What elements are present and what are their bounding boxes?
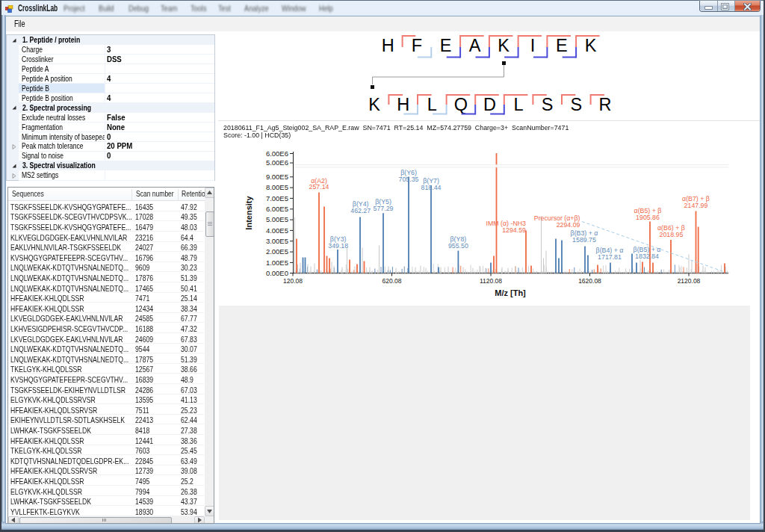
- svg-text:705.35: 705.35: [399, 176, 419, 183]
- svg-text:K: K: [498, 36, 510, 55]
- svg-text:1905.86: 1905.86: [636, 214, 660, 221]
- svg-text:7.00E5: 7.00E5: [266, 194, 288, 202]
- svg-text:1294.59: 1294.59: [502, 226, 526, 234]
- svg-text:2147.99: 2147.99: [684, 202, 708, 209]
- svg-text:955.50: 955.50: [448, 242, 468, 250]
- svg-text:I: I: [530, 36, 536, 55]
- svg-text:S: S: [542, 95, 554, 114]
- svg-text:E: E: [440, 36, 452, 55]
- svg-text:F: F: [412, 36, 422, 55]
- svg-text:A: A: [469, 36, 481, 55]
- svg-text:M/z [Th]: M/z [Th]: [495, 288, 526, 297]
- svg-text:L: L: [514, 95, 524, 114]
- svg-text:H: H: [382, 36, 394, 55]
- svg-text:818.44: 818.44: [421, 184, 442, 191]
- svg-text:9.00E5: 9.00E5: [266, 173, 288, 181]
- svg-text:Intensity: Intensity: [244, 196, 253, 230]
- svg-text:4.00E5: 4.00E5: [266, 226, 288, 235]
- svg-text:1.00E5: 1.00E5: [266, 259, 288, 267]
- svg-text:1589.75: 1589.75: [572, 236, 596, 244]
- svg-text:5.00E5: 5.00E5: [266, 215, 288, 223]
- svg-text:R: R: [598, 95, 611, 114]
- svg-text:349.18: 349.18: [328, 242, 348, 250]
- svg-text:0.00E0: 0.00E0: [266, 269, 288, 277]
- svg-text:1620.08: 1620.08: [578, 277, 601, 285]
- svg-text:1120.08: 1120.08: [480, 277, 502, 285]
- svg-text:2018.95: 2018.95: [659, 231, 683, 238]
- svg-text:K: K: [585, 36, 597, 55]
- svg-text:620.08: 620.08: [382, 277, 402, 285]
- svg-text:S: S: [570, 95, 582, 114]
- svg-text:D: D: [483, 95, 496, 114]
- svg-text:L: L: [427, 95, 437, 114]
- svg-text:K: K: [368, 95, 380, 114]
- svg-text:2294.09: 2294.09: [557, 221, 580, 229]
- svg-text:5.00E6: 5.00E6: [266, 158, 288, 167]
- svg-text:Q: Q: [454, 95, 468, 114]
- svg-text:577.29: 577.29: [374, 205, 394, 212]
- svg-text:6.00E6: 6.00E6: [266, 149, 288, 158]
- svg-text:2.00E5: 2.00E5: [266, 247, 288, 256]
- svg-text:120.08: 120.08: [283, 277, 303, 285]
- svg-text:6.00E5: 6.00E5: [266, 205, 288, 213]
- svg-text:H: H: [397, 95, 409, 114]
- svg-text:462.27: 462.27: [350, 207, 371, 214]
- svg-text:1832.84: 1832.84: [635, 253, 659, 260]
- svg-text:2120.08: 2120.08: [678, 277, 701, 285]
- svg-text:257.14: 257.14: [309, 183, 329, 191]
- svg-text:8.00E5: 8.00E5: [266, 183, 288, 191]
- svg-text:E: E: [556, 36, 568, 55]
- svg-text:1717.81: 1717.81: [598, 253, 622, 261]
- svg-text:3.00E5: 3.00E5: [266, 237, 288, 245]
